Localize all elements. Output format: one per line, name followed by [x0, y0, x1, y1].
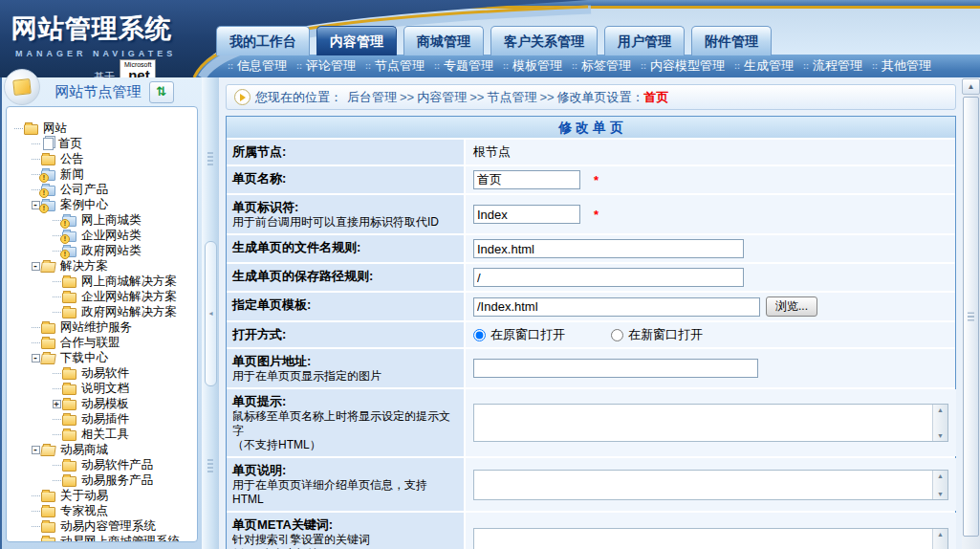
form-title: 修 改 单 页	[227, 117, 955, 138]
breadcrumb-item-内容管理[interactable]: 内容管理	[417, 89, 467, 106]
tree-node-label: 政府网站类	[81, 243, 142, 259]
scroll-up-arrow[interactable]: ▲	[937, 472, 944, 479]
tree-node-label: 动易软件产品	[81, 457, 153, 473]
page-template-input[interactable]	[473, 297, 760, 317]
tree-node-下载中心[interactable]: -下载中心	[7, 350, 197, 365]
tree-node-动易内容管理系统[interactable]: 动易内容管理系统	[7, 518, 197, 534]
sidebar: 网站节点管理 ⇅ 网站首页公告新闻公司产品-案例中心网上商城类企业网站类政府网站…	[0, 77, 202, 549]
submenu-item-节点管理[interactable]: 节点管理	[375, 57, 425, 75]
tree-node-动易模板[interactable]: +动易模板	[7, 396, 197, 411]
tree-node-说明文档[interactable]: 说明文档	[7, 381, 197, 396]
submenu-item-模板管理[interactable]: 模板管理	[512, 57, 562, 75]
tree-node-公司产品[interactable]: 公司产品	[7, 182, 197, 197]
file-name-rule-input[interactable]	[473, 239, 744, 258]
form-row-page-image-url: 单页图片地址:用于在单页页显示指定的图片	[227, 347, 955, 387]
tree-node-关于动易[interactable]: 关于动易	[7, 488, 197, 503]
folder-icon	[41, 155, 55, 165]
save-path-rule-input[interactable]	[473, 268, 744, 287]
tree-node-网上商城解决方案[interactable]: 网上商城解决方案	[7, 274, 197, 289]
sidebar-splitter[interactable]: ◂	[202, 77, 219, 549]
submenu-item-专题管理[interactable]: 专题管理	[444, 57, 493, 75]
tab-附件管理[interactable]: 附件管理	[691, 26, 772, 55]
expand-node-icon[interactable]: +	[53, 400, 61, 408]
page-image-url-input[interactable]	[473, 359, 758, 378]
page-tooltip-textarea[interactable]	[473, 404, 948, 442]
tree-node-动易软件产品[interactable]: 动易软件产品	[7, 457, 197, 472]
arrow-glyph	[240, 94, 246, 101]
page-tooltip-label: 单页提示:	[232, 393, 458, 409]
form-row-file-name-rule: 生成单页的文件名规则:	[227, 233, 955, 262]
scroll-up-arrow[interactable]: ▲	[937, 406, 944, 413]
open-mode-radio-1[interactable]	[611, 329, 623, 341]
tree-node-label: 解决方案	[60, 258, 108, 274]
submenu-item-流程管理[interactable]: 流程管理	[813, 57, 862, 75]
tree-node-企业网站解决方案[interactable]: 企业网站解决方案	[7, 289, 197, 304]
tree-node-首页[interactable]: 首页	[7, 136, 197, 151]
scroll-down-arrow[interactable]: ▼	[937, 491, 944, 497]
folder-icon	[62, 369, 76, 380]
tab-客户关系管理[interactable]: 客户关系管理	[490, 26, 598, 55]
tab-我的工作台[interactable]: 我的工作台	[216, 26, 310, 55]
tree-node-网上商城类[interactable]: 网上商城类	[7, 212, 197, 228]
tab-内容管理[interactable]: 内容管理	[316, 26, 397, 55]
tree-node-网站维护服务[interactable]: 网站维护服务	[7, 319, 197, 335]
collapse-sidebar-handle[interactable]: ◂	[205, 241, 217, 386]
tree-node-相关工具[interactable]: 相关工具	[7, 427, 197, 442]
dotted-connector	[14, 128, 23, 129]
tree-node-动易软件[interactable]: 动易软件	[7, 365, 197, 381]
tree-node-动易服务产品[interactable]: 动易服务产品	[7, 472, 197, 488]
tree-node-解决方案[interactable]: -解决方案	[7, 258, 197, 274]
tree-node-动易商城[interactable]: -动易商城	[7, 442, 197, 457]
textarea-scrollbar[interactable]: ▲▼	[932, 405, 947, 441]
page-name-input[interactable]	[473, 170, 580, 189]
page-identifier-input[interactable]	[473, 205, 580, 224]
tree-node-动易插件[interactable]: 动易插件	[7, 411, 197, 427]
collapse-node-icon[interactable]: -	[32, 446, 40, 454]
page-description-textarea[interactable]	[473, 470, 948, 500]
breadcrumb-item-后台管理[interactable]: 后台管理	[347, 89, 397, 106]
tab-用户管理[interactable]: 用户管理	[604, 26, 685, 55]
form-row-open-mode: 打开方式:在原窗口打开在新窗口打开	[227, 320, 955, 347]
submenu-item-信息管理[interactable]: 信息管理	[237, 57, 287, 75]
tree-expander-slot: -	[30, 354, 41, 362]
collapse-node-icon[interactable]: -	[32, 262, 40, 271]
meta-keywords-label: 单页META关键词:	[232, 516, 458, 533]
sidebar-header: 网站节点管理 ⇅	[2, 77, 202, 106]
tree-node-政府网站类[interactable]: 政府网站类	[7, 243, 197, 258]
scroll-down-arrow[interactable]: ▼	[937, 432, 944, 439]
scrollbar-thumb[interactable]	[963, 97, 979, 537]
textarea-scrollbar[interactable]: ▲▼	[932, 529, 947, 549]
open-mode-radio-0[interactable]	[473, 329, 486, 341]
dotted-connector	[53, 480, 61, 481]
tree-node-公告[interactable]: 公告	[7, 151, 197, 166]
open-mode-option-0[interactable]: 在原窗口打开	[473, 326, 565, 343]
refresh-icon[interactable]: ⇅	[149, 81, 174, 103]
meta-keywords-textarea[interactable]	[473, 528, 948, 549]
tree-node-label: 网站	[43, 121, 67, 137]
form-row-page-description: 单页说明:用于在单页页详细介绍单页信息，支持HTML▲▼	[227, 456, 955, 511]
tree-node-企业网站类[interactable]: 企业网站类	[7, 228, 197, 243]
tree-node-专家视点[interactable]: 专家视点	[7, 503, 197, 518]
page-template-browse-button[interactable]: 浏览...	[766, 296, 817, 317]
submenu-item-内容模型管理[interactable]: 内容模型管理	[650, 57, 725, 75]
submenu-item-标签管理[interactable]: 标签管理	[581, 57, 631, 75]
submenu-item-生成管理[interactable]: 生成管理	[744, 57, 794, 75]
textarea-scrollbar[interactable]: ▲▼	[932, 471, 947, 499]
scroll-up-arrow[interactable]: ▲	[937, 531, 944, 538]
tab-商城管理[interactable]: 商城管理	[403, 26, 484, 55]
tree-node-政府网站解决方案[interactable]: 政府网站解决方案	[7, 304, 197, 319]
tree-node-合作与联盟[interactable]: 合作与联盟	[7, 335, 197, 350]
folder-icon	[62, 384, 76, 395]
submenu-item-评论管理[interactable]: 评论管理	[306, 57, 356, 75]
tree-node-动易网上商城管理系统[interactable]: 动易网上商城管理系统	[7, 534, 197, 542]
breadcrumb-item-节点管理[interactable]: 节点管理	[487, 89, 536, 106]
breadcrumb-item-修改单页设置[interactable]: 修改单页设置：	[557, 89, 644, 106]
tree-node-案例中心[interactable]: -案例中心	[7, 197, 197, 212]
scroll-up-button[interactable]: ▲	[962, 78, 980, 95]
tree-node-网站[interactable]: 网站	[7, 121, 197, 136]
vertical-scrollbar[interactable]: ▲	[962, 78, 980, 549]
collapse-node-icon[interactable]: -	[32, 354, 40, 362]
open-mode-option-1[interactable]: 在新窗口打开	[611, 326, 703, 343]
tree-node-新闻[interactable]: 新闻	[7, 166, 197, 182]
submenu-item-其他管理[interactable]: 其他管理	[882, 57, 931, 75]
